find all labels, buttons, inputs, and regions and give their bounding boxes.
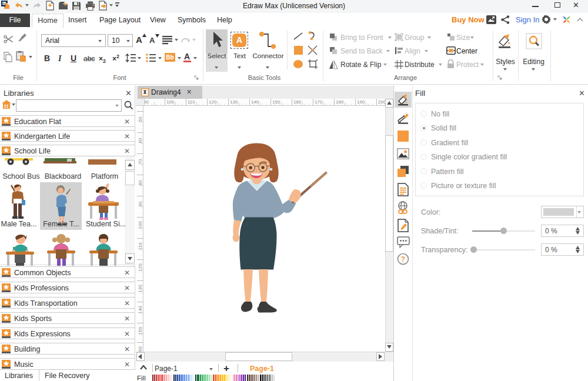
svg-text:?: ? <box>401 255 405 263</box>
